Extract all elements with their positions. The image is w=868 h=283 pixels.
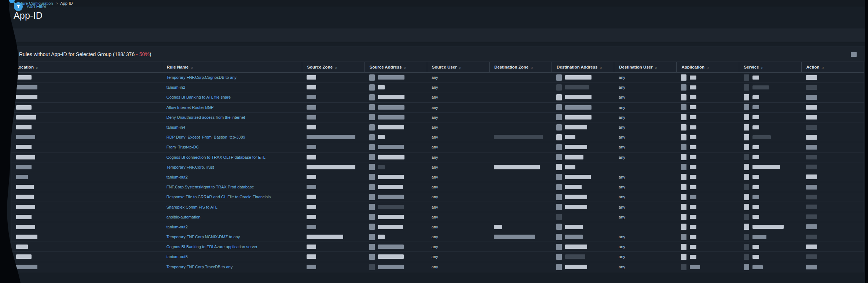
cell-source-user: any	[427, 115, 489, 120]
rule-name-link[interactable]: Temporary FNF.Corp.Trust	[166, 165, 214, 169]
column-header-action[interactable]: Action↓↑	[801, 62, 864, 72]
service-icon	[744, 144, 749, 150]
table-row[interactable]: tanium-in4anyany	[11, 122, 864, 132]
cell-rule-name: Cognos BI Banking to ATL file share	[162, 95, 302, 99]
redacted-source-zone-block	[307, 235, 343, 239]
rule-name-link[interactable]: Temporary FNF.Corp.TraxxDB to any	[166, 265, 233, 269]
rule-name-link[interactable]: tanium-out5	[166, 254, 188, 259]
rule-name-link[interactable]: Shareplex Comm FIS to ATL	[166, 205, 217, 209]
rule-name-link[interactable]: Deny Unauthorized access from the intern…	[166, 115, 245, 120]
column-header-source-user[interactable]: Source User↓↑	[427, 62, 489, 72]
sort-icon[interactable]: ↓↑	[821, 66, 824, 69]
column-header-rule-name[interactable]: Rule Name↓↑	[162, 62, 302, 72]
sort-icon[interactable]: ↓↑	[334, 66, 337, 69]
cell-source-user: any	[427, 235, 489, 239]
redacted-application-block	[690, 205, 696, 209]
cell-source-user: any	[427, 155, 489, 159]
table-row[interactable]: Deny Unauthorized access from the intern…	[11, 113, 864, 122]
redacted-source-address-block	[378, 155, 404, 159]
table-row[interactable]: Temporary FNF.Corp.Trustany	[11, 162, 864, 172]
table-row[interactable]: Allow Internet Router BGPanyany	[11, 103, 864, 113]
table-row[interactable]: tanium-out2anyany	[11, 172, 864, 182]
table-row[interactable]: Temporary FNF.Corp.TraxxDB to anyanyany	[11, 262, 864, 272]
column-header-source-address[interactable]: Source Address↓↑	[365, 62, 427, 72]
rule-name-link[interactable]: Response File to CRRAR and GL File to Or…	[166, 195, 271, 199]
sort-icon[interactable]: ↓↑	[36, 66, 38, 69]
sort-icon[interactable]: ↓↑	[190, 66, 193, 69]
table-row[interactable]: From_Trust-to-DCanyany	[11, 142, 864, 152]
cell-rule-name: FNF.Corp.SystemsMgmt to TRAX Prod databa…	[162, 185, 302, 189]
table-row[interactable]: Temporary FNF.Corp.CognosDB to anyanyany	[11, 73, 864, 82]
redacted-square-icon[interactable]	[851, 52, 857, 57]
table-row[interactable]: ansible-automationanyany	[11, 212, 864, 222]
column-header-destination-address[interactable]: Destination Address↓↑	[552, 62, 614, 72]
rule-name-link[interactable]: tanium-out2	[166, 225, 188, 229]
rule-name-link[interactable]: Cognos BI Banking to EDI Azure applicati…	[166, 245, 257, 249]
rule-name-link[interactable]: Temporary FNF.Corp.NGNIX-DMZ to any	[166, 235, 240, 239]
table-row[interactable]: Cognos BI Banking to ATL file shareanyan…	[11, 92, 864, 102]
column-header-application[interactable]: Application↓↑	[676, 62, 739, 72]
table-row[interactable]: tanium-out2any	[11, 222, 864, 232]
cell-destination-address	[552, 244, 614, 250]
table-row[interactable]: Shareplex Comm FIS to ATLanyany	[11, 202, 864, 212]
redacted-source-address-block	[378, 105, 404, 110]
add-filter-button[interactable]	[14, 2, 23, 11]
column-header-destination-zone[interactable]: Destination Zone↓↑	[489, 62, 552, 72]
rule-name-link[interactable]: tanium-out2	[166, 175, 188, 179]
sort-icon[interactable]: ↓↑	[706, 66, 709, 69]
rule-name-link[interactable]: Temporary FNF.Corp.CognosDB to any	[166, 75, 237, 80]
rule-name-link[interactable]: tanium-in4	[166, 125, 185, 129]
table-row[interactable]: tanium-in2anyany	[11, 82, 864, 92]
redacted-source-zone-block	[307, 115, 316, 120]
cell-action	[801, 205, 864, 209]
table-row[interactable]: Cognos BI connection to TRAX OLTP databa…	[11, 152, 864, 162]
rule-name-link[interactable]: Cognos BI Banking to ATL file share	[166, 95, 231, 99]
cell-rule-name: Deny Unauthorized access from the intern…	[162, 115, 302, 120]
cell-service	[739, 254, 801, 260]
column-header-location[interactable]: Location↓↑	[11, 62, 162, 72]
rule-name-link[interactable]: Cognos BI connection to TRAX OLTP databa…	[166, 155, 265, 159]
column-header-service[interactable]: Service↓↑	[739, 62, 801, 72]
address-object-icon	[369, 244, 375, 250]
table-row[interactable]: tanium-out5anyany	[11, 252, 864, 262]
rule-name-link[interactable]: From_Trust-to-DC	[166, 145, 199, 149]
address-object-icon	[369, 144, 375, 150]
cell-source-zone	[302, 155, 364, 159]
cell-destination-user: any	[614, 185, 676, 189]
address-object-icon	[556, 124, 562, 131]
cell-application	[676, 174, 739, 180]
table-row[interactable]: Response File to CRRAR and GL File to Or…	[11, 192, 864, 202]
cell-destination-address	[552, 154, 614, 160]
sort-icon[interactable]: ↓↑	[655, 66, 657, 69]
redacted-action-block	[806, 75, 817, 80]
redacted-source-address-block	[378, 75, 404, 80]
table-row[interactable]: Temporary FNF.Corp.NGNIX-DMZ to anyanyan…	[11, 232, 864, 242]
sort-icon[interactable]: ↓↑	[761, 66, 763, 69]
sort-icon[interactable]: ↓↑	[600, 66, 602, 69]
sort-icon[interactable]: ↓↑	[459, 66, 461, 69]
cell-service	[739, 124, 801, 131]
rule-name-link[interactable]: RDP Deny_Except_From_Bastion_tcp-3389	[166, 135, 245, 139]
application-icon	[681, 154, 686, 160]
app-id-page: Feature Configuration > App-ID App-ID Ad…	[0, 0, 868, 283]
cell-service	[739, 194, 801, 200]
rule-name-link[interactable]: ansible-automation	[166, 215, 201, 219]
cell-destination-address	[552, 224, 614, 230]
table-row[interactable]: Cognos BI Banking to EDI Azure applicati…	[11, 242, 864, 252]
table-row[interactable]: RDP Deny_Except_From_Bastion_tcp-3389any…	[11, 132, 864, 142]
add-filter-label[interactable]: Add Filter	[27, 4, 47, 9]
cell-rule-name: Temporary FNF.Corp.CognosDB to any	[162, 75, 302, 80]
cell-source-address	[365, 194, 427, 200]
column-header-destination-user[interactable]: Destination User↓↑	[614, 62, 676, 72]
rule-name-link[interactable]: Allow Internet Router BGP	[166, 105, 214, 110]
rule-name-link[interactable]: FNF.Corp.SystemsMgmt to TRAX Prod databa…	[166, 185, 254, 189]
redacted-service-block	[752, 76, 759, 80]
table-row[interactable]: FNF.Corp.SystemsMgmt to TRAX Prod databa…	[11, 182, 864, 192]
rule-name-link[interactable]: tanium-in2	[166, 85, 185, 89]
cell-destination-address	[552, 174, 614, 180]
sort-icon[interactable]: ↓↑	[403, 66, 406, 69]
column-header-source-zone[interactable]: Source Zone↓↑	[302, 62, 364, 72]
sort-icon[interactable]: ↓↑	[530, 66, 533, 69]
application-icon	[681, 264, 686, 270]
address-object-icon	[556, 224, 562, 230]
